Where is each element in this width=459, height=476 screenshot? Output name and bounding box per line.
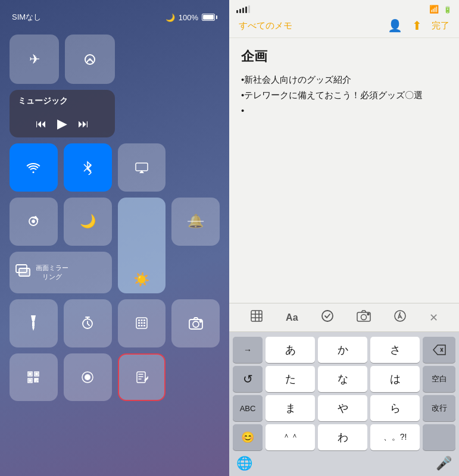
key-caret[interactable]: ＾＾ bbox=[266, 424, 315, 450]
music-next-button[interactable]: ⏭ bbox=[78, 118, 89, 130]
share-button[interactable]: ⬆ bbox=[412, 18, 422, 33]
svg-rect-6 bbox=[19, 268, 30, 276]
key-space[interactable]: 空白 bbox=[423, 366, 455, 392]
svg-rect-2 bbox=[136, 163, 148, 171]
svg-point-21 bbox=[199, 321, 201, 322]
key-abc[interactable]: ABC bbox=[233, 395, 263, 421]
key-punct[interactable]: 、。?! bbox=[370, 424, 420, 450]
key-ra[interactable]: ら bbox=[370, 395, 420, 421]
notes-header-actions: 👤 ⬆ 完了 bbox=[388, 18, 449, 33]
control-row-3: 🌙 ☀️ 🔔 画面ミラーリング bbox=[10, 198, 220, 293]
svg-rect-7 bbox=[32, 321, 35, 327]
svg-point-43 bbox=[367, 314, 369, 315]
svg-rect-12 bbox=[143, 320, 145, 321]
moon-icon: 🌙 bbox=[166, 13, 175, 22]
back-to-all-notes-button[interactable]: すべてのメモ bbox=[239, 20, 292, 32]
svg-point-33 bbox=[85, 374, 90, 380]
done-button[interactable]: 完了 bbox=[432, 20, 449, 32]
keyboard-close-button[interactable]: ✕ bbox=[429, 311, 438, 324]
notes-status-bar: 📶 🔋 bbox=[229, 0, 459, 16]
moon-dnd-icon: 🌙 bbox=[80, 214, 96, 229]
note-line-2: •テレワークに備えておこう！必須グッズ〇選 bbox=[241, 88, 447, 102]
music-widget[interactable]: ミュージック ⏮ ▶ ⏭ bbox=[10, 90, 115, 137]
airplay-button[interactable] bbox=[118, 143, 166, 192]
svg-rect-29 bbox=[37, 378, 38, 380]
key-arrow[interactable]: → bbox=[233, 337, 263, 363]
note-line-1: •新社会人向けのグッズ紹介 bbox=[241, 73, 447, 87]
status-right: 🌙 100% bbox=[166, 13, 217, 22]
key-ma[interactable]: ま bbox=[266, 395, 315, 421]
key-ta[interactable]: た bbox=[266, 366, 315, 392]
svg-point-40 bbox=[322, 311, 333, 321]
mic-icon[interactable]: 🎤 bbox=[436, 456, 452, 471]
music-controls[interactable]: ⏮ ▶ ⏭ bbox=[18, 116, 107, 131]
globe-icon[interactable]: 🌐 bbox=[236, 456, 252, 471]
music-prev-button[interactable]: ⏮ bbox=[36, 118, 46, 130]
svg-rect-26 bbox=[36, 373, 38, 375]
control-row-2 bbox=[10, 143, 220, 192]
text-format-button[interactable]: Aa bbox=[286, 312, 298, 323]
key-sa[interactable]: さ bbox=[370, 337, 420, 363]
screen-mirror-label: 画面ミラーリング bbox=[36, 264, 68, 281]
svg-rect-28 bbox=[35, 378, 36, 380]
notes-nav-header: すべてのメモ 👤 ⬆ 完了 bbox=[229, 16, 459, 38]
key-empty bbox=[423, 424, 455, 450]
music-play-button[interactable]: ▶ bbox=[57, 116, 67, 131]
key-delete[interactable] bbox=[423, 337, 455, 363]
carrier-label: SIMなし bbox=[12, 12, 41, 23]
control-row-1: ✈ ミュージック ⏮ ▶ ⏭ bbox=[10, 35, 220, 137]
silent-button[interactable]: 🔔 bbox=[171, 198, 220, 246]
silent-icon: 🔔 bbox=[188, 214, 204, 229]
wifi-status-icon: 📶 bbox=[429, 5, 439, 14]
camera-attach-icon[interactable] bbox=[357, 310, 371, 325]
key-wa[interactable]: わ bbox=[318, 424, 367, 450]
control-center-panel: SIMなし 🌙 100% ✈ ミュージック ⏮ ▶ bbox=[0, 0, 229, 476]
calculator-button[interactable] bbox=[118, 299, 166, 347]
note-content-area[interactable]: 企画 •新社会人向けのグッズ紹介 •テレワークに備えておこう！必須グッズ〇選 • bbox=[229, 38, 459, 303]
keyboard-row-3: ABC ま や ら 改行 bbox=[233, 395, 455, 421]
screen-mirror-button[interactable]: 画面ミラーリング bbox=[10, 252, 112, 293]
key-ka[interactable]: か bbox=[318, 337, 367, 363]
rotation-lock-button[interactable] bbox=[10, 198, 58, 246]
svg-rect-15 bbox=[143, 322, 145, 324]
timer-button[interactable] bbox=[64, 299, 112, 347]
notes-quick-note-button[interactable] bbox=[118, 353, 166, 402]
key-emoji[interactable]: 😊 bbox=[233, 424, 263, 450]
screen-record-button[interactable] bbox=[64, 353, 112, 402]
brightness-icon: ☀️ bbox=[133, 272, 149, 287]
svg-point-1 bbox=[89, 58, 91, 61]
key-return[interactable]: 改行 bbox=[423, 395, 455, 421]
checklist-icon[interactable] bbox=[321, 309, 334, 325]
notes-formatting-toolbar: Aa ✕ bbox=[229, 303, 459, 332]
battery-status: 🔋 bbox=[444, 5, 452, 14]
table-icon[interactable] bbox=[250, 309, 263, 325]
note-body[interactable]: •新社会人向けのグッズ紹介 •テレワークに備えておこう！必須グッズ〇選 • bbox=[241, 73, 447, 118]
svg-point-20 bbox=[193, 321, 199, 327]
key-ya[interactable]: や bbox=[318, 395, 367, 421]
key-ha[interactable]: は bbox=[370, 366, 420, 392]
cellular-button[interactable] bbox=[65, 35, 114, 84]
key-a[interactable]: あ bbox=[266, 337, 315, 363]
svg-rect-27 bbox=[29, 380, 31, 381]
keyboard-row-4: 😊 ＾＾ わ 、。?! bbox=[233, 424, 455, 450]
screen-mirror-icon bbox=[15, 264, 32, 280]
markup-icon[interactable] bbox=[394, 309, 407, 325]
flashlight-button[interactable] bbox=[10, 299, 58, 347]
keyboard-row-1: → あ か さ bbox=[233, 337, 455, 363]
key-na[interactable]: な bbox=[318, 366, 367, 392]
svg-rect-14 bbox=[140, 322, 142, 324]
key-undo[interactable]: ↺ bbox=[233, 366, 263, 392]
svg-rect-10 bbox=[138, 320, 140, 321]
battery-percent: 100% bbox=[179, 13, 198, 22]
do-not-disturb-button[interactable]: 🌙 bbox=[64, 198, 112, 246]
music-title: ミュージック bbox=[18, 96, 107, 107]
airplane-mode-button[interactable]: ✈ bbox=[10, 35, 59, 84]
qr-scanner-button[interactable] bbox=[10, 353, 58, 402]
svg-rect-34 bbox=[137, 372, 145, 383]
camera-button[interactable] bbox=[171, 299, 220, 347]
bluetooth-button[interactable] bbox=[64, 143, 112, 192]
svg-rect-18 bbox=[143, 325, 145, 327]
status-bar-left: SIMなし 🌙 100% bbox=[10, 12, 220, 29]
wifi-button[interactable] bbox=[10, 143, 58, 192]
brightness-slider[interactable]: ☀️ bbox=[118, 198, 166, 293]
